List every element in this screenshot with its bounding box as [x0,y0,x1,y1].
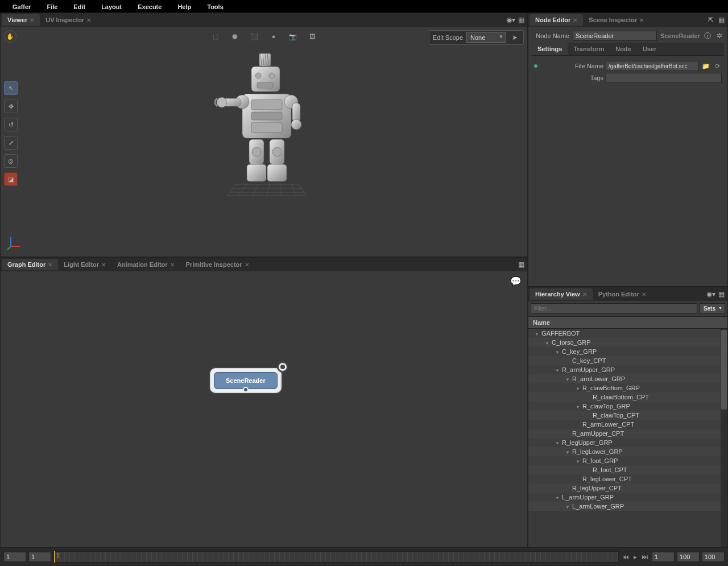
hierarchy-item[interactable]: ▼ R_armLower_GRP [528,374,727,383]
menu-help[interactable]: Help [169,2,199,10]
hierarchy-item[interactable]: ▼ GAFFERBOT [528,329,727,338]
filename-input[interactable] [606,61,699,71]
subtab-node[interactable]: Node [610,43,637,55]
timeline-current[interactable] [652,552,675,562]
expand-arrow-icon[interactable]: ▼ [555,441,560,446]
close-icon[interactable]: ✕ [101,262,106,268]
close-icon[interactable]: ✕ [245,262,249,268]
expand-arrow-icon[interactable]: ▼ [534,332,540,337]
menu-layout[interactable]: Layout [93,2,130,10]
tab-scene-inspector[interactable]: Scene Inspector✕ [583,14,650,26]
menu-tools[interactable]: Tools [199,2,231,10]
tab-node-editor[interactable]: Node Editor✕ [530,14,583,26]
hierarchy-item[interactable]: R_armLower_CPT [528,420,727,429]
expand-arrow-icon[interactable]: ▼ [565,505,570,510]
node-scenereader[interactable]: SceneReader [210,368,282,393]
expand-arrow-icon[interactable]: ▼ [575,386,581,391]
menu-execute[interactable]: Execute [130,2,169,10]
close-icon[interactable]: ✕ [642,291,646,298]
close-icon[interactable]: ✕ [48,262,52,268]
hierarchy-item[interactable]: ▼ C_torso_GRP [528,338,727,347]
annotation-icon[interactable]: 💬 [510,276,522,287]
expand-arrow-icon[interactable]: ▼ [575,459,581,464]
menu-gaffer[interactable]: Gaffer [5,2,39,10]
hierarchy-item[interactable]: C_key_CPT [528,356,727,365]
menu-file[interactable]: File [39,2,65,10]
hierarchy-item[interactable]: R_legUpper_CPT [528,484,727,493]
hierarchy-item[interactable]: ▼ C_key_GRP [528,347,727,356]
subtab-settings[interactable]: Settings [532,43,568,55]
skip-end-icon[interactable]: ⏭ [640,553,650,561]
reload-icon[interactable]: ⟳ [713,61,722,71]
tab-light-editor[interactable]: Light Editor✕ [58,259,111,270]
hierarchy-item[interactable]: ▼ R_legLower_GRP [528,447,727,456]
gear-icon[interactable]: ✲ [715,31,724,41]
close-icon[interactable]: ✕ [86,17,91,23]
node-focus-icon[interactable] [277,361,288,373]
expand-arrow-icon[interactable]: ▼ [555,350,560,355]
timeline-start-range[interactable] [3,552,26,562]
browse-icon[interactable]: 📁 [701,61,710,71]
expand-arrow-icon[interactable]: ▼ [565,377,570,382]
subtab-user[interactable]: User [637,43,662,55]
timeline-cursor[interactable] [54,551,55,563]
pin-icon[interactable]: ⇱ [706,15,716,25]
info-icon[interactable]: ⓘ [704,31,712,41]
tab-animation-editor[interactable]: Animation Editor✕ [111,259,180,270]
expand-arrow-icon[interactable]: ▼ [555,368,560,373]
skip-start-icon[interactable]: ⏮ [621,553,630,561]
hierarchy-item[interactable]: ▼ L_armLower_GRP [528,502,727,511]
subtab-transform[interactable]: Transform [568,43,610,55]
hierarchy-header-name[interactable]: Name [528,316,727,329]
hierarchy-item[interactable]: ▼ L_armUpper_GRP [528,493,727,502]
timeline-start[interactable] [28,552,51,562]
play-icon[interactable]: ▸ [632,553,638,561]
hierarchy-item[interactable]: ▼ R_clawTop_GRP [528,402,727,411]
sets-dropdown[interactable]: Sets [700,303,725,314]
close-icon[interactable]: ✕ [170,262,175,268]
close-icon[interactable]: ✕ [582,291,587,298]
expand-arrow-icon[interactable]: ▼ [544,341,550,346]
graph-canvas[interactable]: 💬 SceneReader [1,271,527,547]
layout-icon[interactable]: ▦ [516,15,526,25]
tab-uv-inspector[interactable]: UV Inspector✕ [40,14,97,26]
timeline-track[interactable]: 1 [53,551,619,563]
pin-icon[interactable]: ◉▾ [706,289,716,299]
layout-icon[interactable]: ▦ [716,15,726,25]
tags-input[interactable] [606,73,722,83]
hierarchy-item[interactable]: R_armUpper_CPT [528,429,727,438]
expand-arrow-icon[interactable]: ▼ [575,404,581,410]
close-icon[interactable]: ✕ [573,17,577,23]
tab-primitive-inspector[interactable]: Primitive Inspector✕ [180,259,255,270]
close-icon[interactable]: ✕ [639,17,644,23]
hierarchy-item[interactable]: R_clawBottom_CPT [528,393,727,402]
hierarchy-item[interactable]: ▼ R_foot_GRP [528,456,727,465]
hierarchy-list[interactable]: ▼ GAFFERBOT▼ C_torso_GRP▼ C_key_GRP C_ke… [528,329,727,547]
tab-graph-editor[interactable]: Graph Editor✕ [2,259,58,270]
tab-hierarchy-view[interactable]: Hierarchy View✕ [530,288,593,300]
expand-arrow-icon[interactable]: ▼ [565,450,570,455]
scrollbar-thumb[interactable] [721,330,727,410]
tab-viewer[interactable]: Viewer✕ [2,14,40,26]
menu-edit[interactable]: Edit [65,2,93,10]
hierarchy-item[interactable]: R_clawTop_CPT [528,411,727,420]
hierarchy-item[interactable]: ▼ R_legUpper_GRP [528,438,727,447]
tab-python-editor[interactable]: Python Editor✕ [593,288,652,300]
timeline-end-range[interactable] [702,552,725,562]
layout-icon[interactable]: ▦ [716,289,726,299]
scrollbar[interactable] [721,329,727,547]
layout-icon[interactable]: ▦ [516,259,526,270]
hierarchy-panel: Hierarchy View✕ Python Editor✕ ◉▾ ▦ Sets… [528,287,728,548]
expand-arrow-icon[interactable]: ▼ [555,495,560,501]
hierarchy-item[interactable]: R_foot_CPT [528,465,727,474]
node-name-input[interactable] [573,31,657,41]
pin-icon[interactable]: ◉▾ [506,15,516,25]
hierarchy-item[interactable]: ▼ R_clawBottom_GRP [528,383,727,393]
hierarchy-filter-input[interactable] [531,303,697,314]
timeline-end[interactable] [677,552,700,562]
hierarchy-item[interactable]: ▼ R_armUpper_GRP [528,365,727,374]
hierarchy-item[interactable]: R_legLower_CPT [528,474,727,484]
viewer-viewport[interactable]: ✋ ⬚ ⬣ ⬛ ● 📷 🖼 Edit Scope None ➤ ↖ ✥ [1,27,527,257]
node-output-port[interactable] [243,387,249,393]
close-icon[interactable]: ✕ [30,17,34,23]
